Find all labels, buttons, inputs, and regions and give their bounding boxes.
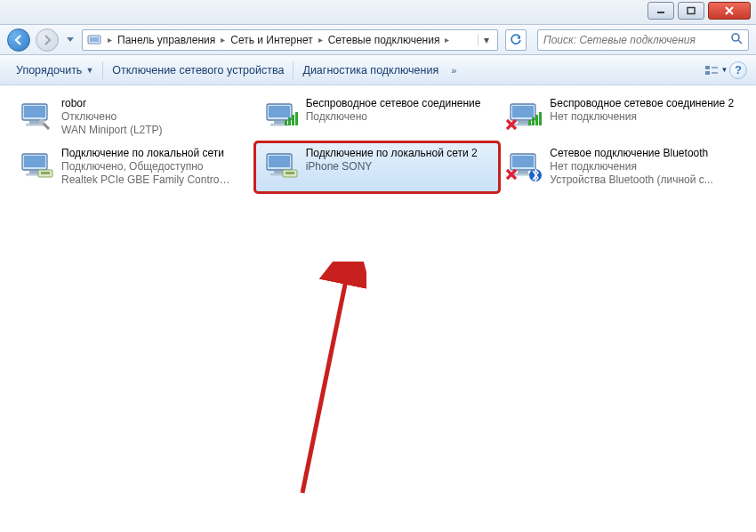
connection-item[interactable]: roborОтключеноWAN Miniport (L2TP) <box>11 93 255 142</box>
connection-text: Беспроводное сетевое соединение 2Нет под… <box>550 97 734 124</box>
disable-device-button[interactable]: Отключение сетевого устройства <box>105 60 291 80</box>
connection-text: Сетевое подключение BluetoothНет подключ… <box>550 147 712 187</box>
svg-rect-46 <box>514 173 532 176</box>
svg-rect-30 <box>539 112 542 125</box>
svg-rect-29 <box>535 115 538 125</box>
separator <box>102 61 103 79</box>
connection-text: roborОтключеноWAN Miniport (L2TP) <box>61 97 163 137</box>
separator <box>293 61 294 79</box>
svg-rect-27 <box>528 120 531 125</box>
titlebar <box>0 0 756 25</box>
connection-icon <box>505 97 544 136</box>
chevron-down-icon: ▼ <box>85 66 93 75</box>
svg-rect-44 <box>512 156 534 167</box>
connection-detail: iPhone SONY <box>306 160 475 173</box>
network-folder-icon <box>86 32 102 48</box>
connection-name: Беспроводное сетевое соединение <box>306 97 481 110</box>
view-icon: ▼ <box>704 64 728 77</box>
svg-rect-32 <box>24 156 45 167</box>
svg-rect-22 <box>295 112 298 125</box>
chevron-right-icon: ▸ <box>443 35 451 44</box>
connection-item[interactable]: Сетевое подключение BluetoothНет подключ… <box>499 142 744 192</box>
svg-rect-3 <box>90 37 99 42</box>
connection-name: Подключение по локальной сети <box>61 147 230 160</box>
svg-rect-17 <box>274 121 285 124</box>
svg-rect-16 <box>269 106 290 117</box>
connection-item[interactable]: Беспроводное сетевое соединение 2Нет под… <box>499 93 744 142</box>
svg-rect-20 <box>288 117 291 125</box>
annotation-arrow <box>224 262 366 511</box>
organize-menu[interactable]: Упорядочить▼ <box>9 60 101 80</box>
toolbar: Упорядочить▼ Отключение сетевого устройс… <box>0 55 756 85</box>
connection-icon <box>261 97 301 136</box>
nav-history-dropdown[interactable] <box>64 28 76 52</box>
toolbar-overflow[interactable]: » <box>446 65 462 76</box>
diagnose-label: Диагностика подключения <box>302 64 438 77</box>
connection-text: Подключение по локальной сети 2iPhone SO… <box>306 147 478 173</box>
connection-text: Беспроводное сетевое соединениеПодключен… <box>306 97 481 124</box>
connection-name: Беспроводное сетевое соединение 2 <box>550 97 734 110</box>
connection-status: Подключено, Общедоступно <box>61 160 230 173</box>
connection-text: Подключение по локальной сетиПодключено,… <box>61 147 230 187</box>
svg-point-14 <box>39 119 44 125</box>
svg-rect-24 <box>512 106 534 117</box>
svg-rect-7 <box>705 71 710 75</box>
search-input[interactable] <box>543 34 730 46</box>
window-controls <box>647 2 751 20</box>
svg-point-4 <box>732 34 739 41</box>
connection-status: Нет подключения <box>550 160 712 173</box>
breadcrumb[interactable]: ▸ Панель управления ▸ Сеть и Интернет ▸ … <box>82 29 498 51</box>
svg-line-5 <box>738 40 742 44</box>
connection-status: Нет подключения <box>550 110 734 124</box>
connection-name: Подключение по локальной сети 2 <box>306 147 478 160</box>
organize-label: Упорядочить <box>16 64 82 77</box>
connection-detail: WAN Miniport (L2TP) <box>61 124 163 137</box>
svg-rect-45 <box>518 171 528 173</box>
back-button[interactable] <box>7 28 30 52</box>
help-button[interactable]: ? <box>729 61 747 79</box>
svg-rect-25 <box>518 121 528 124</box>
breadcrumb-seg-2[interactable]: Сетевые подключения <box>325 34 444 46</box>
close-button[interactable] <box>708 2 751 20</box>
connection-detail: Realtek PCIe GBE Family Controller <box>61 173 230 187</box>
svg-rect-12 <box>29 121 40 124</box>
svg-rect-6 <box>705 66 710 69</box>
connection-status: Отключено <box>61 110 163 124</box>
connection-status: Подключено <box>306 110 481 124</box>
svg-rect-11 <box>24 106 45 117</box>
search-icon[interactable] <box>730 32 743 48</box>
minimize-button[interactable] <box>647 2 674 20</box>
chevron-right-icon: ▸ <box>106 35 114 44</box>
breadcrumb-seg-0[interactable]: Панель управления <box>114 34 219 46</box>
connection-icon <box>261 147 301 186</box>
connection-name: Сетевое подключение Bluetooth <box>550 147 712 160</box>
svg-rect-21 <box>292 115 294 125</box>
connections-grid: roborОтключеноWAN Miniport (L2TP)Беспров… <box>4 85 751 199</box>
refresh-button[interactable] <box>505 29 527 51</box>
view-options-button[interactable]: ▼ <box>704 60 728 81</box>
breadcrumb-dropdown[interactable]: ▾ <box>478 34 494 46</box>
address-bar: ▸ Панель управления ▸ Сеть и Интернет ▸ … <box>0 25 756 55</box>
connection-item[interactable]: Подключение по локальной сетиПодключено,… <box>11 142 255 192</box>
breadcrumb-seg-1[interactable]: Сеть и Интернет <box>227 34 316 46</box>
svg-rect-42 <box>286 172 294 174</box>
content-area: roborОтключеноWAN Miniport (L2TP)Беспров… <box>4 85 751 527</box>
forward-button[interactable] <box>36 28 59 52</box>
chevron-right-icon: ▸ <box>317 35 325 44</box>
connection-name: robor <box>61 97 163 110</box>
svg-rect-28 <box>532 117 535 125</box>
connection-item[interactable]: Беспроводное сетевое соединениеПодключен… <box>255 93 500 142</box>
svg-rect-36 <box>41 172 50 174</box>
disable-label: Отключение сетевого устройства <box>112 64 284 77</box>
search-box[interactable] <box>537 29 749 51</box>
connection-icon <box>17 97 56 136</box>
connection-icon <box>17 147 56 186</box>
connection-detail: Устройства Bluetooth (личной с... <box>550 173 712 187</box>
svg-line-48 <box>302 276 347 493</box>
diagnose-button[interactable]: Диагностика подключения <box>295 60 446 80</box>
svg-rect-1 <box>688 8 695 14</box>
svg-rect-38 <box>269 156 290 167</box>
connection-item[interactable]: Подключение по локальной сети 2iPhone SO… <box>255 142 500 192</box>
chevron-right-icon: ▸ <box>219 35 227 44</box>
maximize-button[interactable] <box>678 2 704 20</box>
